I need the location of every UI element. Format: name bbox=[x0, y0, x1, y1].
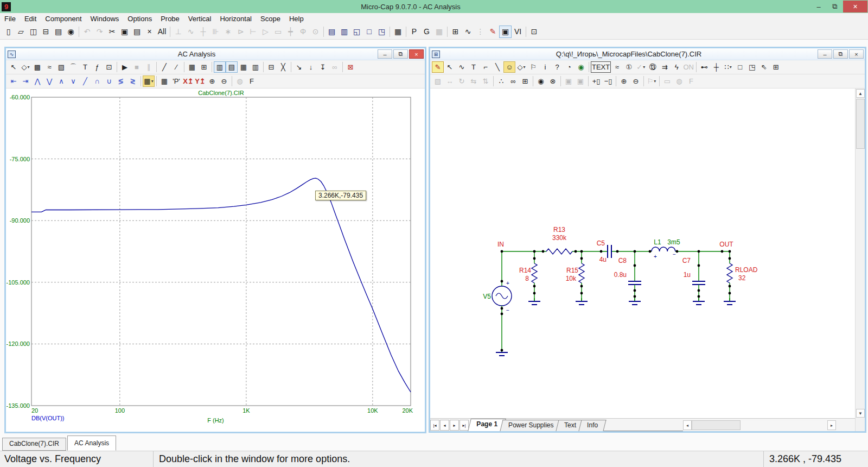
step-box-icon[interactable]: ∴ bbox=[495, 75, 507, 87]
open-icon[interactable]: ▱ bbox=[15, 26, 27, 38]
plot-window-titlebar[interactable]: ∿ AC Analysis – ⧉ × bbox=[6, 48, 425, 60]
component-select-icon[interactable]: ◇▾ bbox=[515, 61, 527, 73]
menu-item-component[interactable]: Component bbox=[41, 14, 86, 23]
star-part-icon[interactable]: ∗ bbox=[222, 26, 234, 38]
numeric-output-icon[interactable]: ▦ bbox=[158, 75, 170, 87]
component-value-R14[interactable]: 8 bbox=[525, 275, 529, 282]
flip-vertical-icon[interactable]: ⇅ bbox=[480, 75, 492, 87]
line-mode-icon[interactable]: ╱ bbox=[158, 61, 170, 73]
probe-icon[interactable]: ✎ bbox=[487, 26, 499, 38]
component-ref-V5[interactable]: V5 bbox=[483, 293, 491, 300]
select-all-icon[interactable]: All bbox=[156, 26, 168, 38]
tile-horizontal-icon[interactable]: ▤ bbox=[326, 26, 338, 38]
pin-connections-icon[interactable]: ⊷ bbox=[698, 61, 710, 73]
plot-restore-button[interactable]: ⧉ bbox=[393, 49, 408, 59]
zoom-out-icon[interactable]: ⊖ bbox=[218, 75, 230, 87]
menu-item-scope[interactable]: Scope bbox=[256, 14, 285, 23]
scroll-up-icon[interactable]: ▲ bbox=[856, 89, 865, 98]
flag-mode-icon[interactable]: ⚐ bbox=[527, 61, 539, 73]
diode-part-icon[interactable]: ⊳ bbox=[234, 26, 247, 38]
node-part-icon[interactable]: ┿ bbox=[284, 26, 297, 38]
component-ref-R14[interactable]: R14 bbox=[519, 267, 531, 274]
plot-client-area[interactable]: CabClone(7).CIR-60.000-75.000-90.000-105… bbox=[6, 89, 425, 432]
component-ref-C5[interactable]: C5 bbox=[597, 239, 605, 247]
tag-vertical-icon[interactable]: ↓ bbox=[305, 61, 317, 73]
menu-item-horizontal[interactable]: Horizontal bbox=[215, 14, 256, 23]
tile-vertical-icon[interactable]: ▥ bbox=[338, 26, 350, 38]
ground-part-icon[interactable]: ⊥ bbox=[172, 26, 184, 38]
text-mode-icon[interactable]: T bbox=[79, 61, 91, 73]
overlap-icon[interactable]: ◳ bbox=[375, 26, 388, 38]
last-page-button[interactable]: ▸| bbox=[459, 420, 469, 431]
page-tab-power-supplies[interactable]: Power Supplies bbox=[500, 420, 562, 431]
title-block-icon[interactable]: ◳ bbox=[746, 61, 758, 73]
component-ref-RLOAD[interactable]: RLOAD bbox=[735, 266, 758, 274]
component-value-R15[interactable]: 10k bbox=[566, 275, 577, 282]
p-key-icon[interactable]: P bbox=[408, 26, 420, 38]
plot-style-lines-icon[interactable]: ▤ bbox=[226, 61, 238, 73]
menu-item-vertical[interactable]: Vertical bbox=[184, 14, 216, 23]
hscroll-right-icon[interactable]: ▸ bbox=[827, 420, 836, 430]
copy-icon[interactable]: ▣ bbox=[118, 26, 131, 38]
pan-icon[interactable]: ↔ bbox=[444, 75, 456, 87]
copy-page-icon[interactable]: ▣ bbox=[575, 75, 586, 87]
grid-options-icon-dropdown[interactable]: ▾ bbox=[730, 65, 732, 70]
component-mode-icon-dropdown[interactable]: ▾ bbox=[27, 65, 29, 70]
vscroll-thumb[interactable] bbox=[856, 99, 865, 149]
zoom-in-icon[interactable]: ⊕ bbox=[618, 75, 630, 87]
3d-plot-icon-dropdown[interactable]: ▾ bbox=[151, 79, 154, 84]
transistor-part-icon[interactable]: ⊢ bbox=[247, 26, 259, 38]
resistor-symbol[interactable] bbox=[579, 263, 584, 283]
component-ref-L1[interactable]: L1 bbox=[654, 238, 661, 246]
macro-part-icon[interactable]: ▭ bbox=[272, 26, 284, 38]
prev-page-button[interactable]: ◂ bbox=[440, 420, 449, 431]
peak-icon[interactable]: ⋀ bbox=[31, 75, 43, 87]
vsource-part-icon[interactable]: Φ bbox=[297, 26, 309, 38]
zoom-area-icon[interactable]: ▧ bbox=[432, 75, 444, 87]
menu-item-options[interactable]: Options bbox=[123, 14, 156, 23]
point-to-end-icon[interactable]: ◔ bbox=[563, 61, 575, 73]
zoom-out-icon[interactable]: ⊖ bbox=[630, 75, 642, 87]
minimize-button[interactable]: – bbox=[810, 1, 827, 12]
resistor-symbol[interactable] bbox=[546, 249, 572, 254]
sheet-icon[interactable]: ▦ bbox=[433, 26, 445, 38]
run-icon[interactable]: ▶ bbox=[119, 61, 131, 73]
analysis-plot-icon[interactable]: ▣ bbox=[499, 26, 512, 38]
wire-orthogonal-icon[interactable]: ⌐ bbox=[480, 61, 492, 73]
save-icon[interactable]: ◫ bbox=[27, 26, 40, 38]
global-high-icon[interactable]: ∩ bbox=[91, 75, 103, 87]
doc-tab-ac-analysis[interactable]: AC Analysis bbox=[67, 436, 116, 451]
flag-list-icon[interactable]: ⚐▾ bbox=[646, 75, 658, 87]
border-display-icon[interactable]: □ bbox=[734, 61, 746, 73]
fx-icon[interactable]: ƒ bbox=[91, 61, 103, 73]
graph-paper-icon[interactable]: ▦ bbox=[186, 61, 198, 73]
menu-item-windows[interactable]: Windows bbox=[86, 14, 124, 23]
resistor-symbol[interactable] bbox=[532, 263, 537, 283]
schematic-restore-button[interactable]: ⧉ bbox=[833, 49, 848, 59]
schematic-close-button[interactable]: × bbox=[849, 49, 864, 59]
node-numbers-icon[interactable]: ① bbox=[623, 61, 635, 73]
condition-display-icon[interactable]: ON bbox=[682, 61, 694, 73]
animate-icon[interactable]: ⊡ bbox=[528, 26, 540, 38]
properties-icon[interactable]: ⊡ bbox=[103, 61, 115, 73]
node-voltages-icon[interactable]: ⑬ bbox=[647, 61, 659, 73]
attributes-icon[interactable]: ⊞ bbox=[770, 61, 782, 73]
plot-minimize-button[interactable]: – bbox=[378, 49, 392, 59]
resistor-part-icon[interactable]: ⊪ bbox=[209, 26, 222, 38]
tag-horizontal-icon[interactable]: ↘ bbox=[293, 61, 305, 73]
next-page-button[interactable]: ▸ bbox=[450, 420, 459, 431]
pattern-icon[interactable]: ◍ bbox=[673, 75, 685, 87]
component-select-icon-dropdown[interactable]: ▾ bbox=[523, 65, 525, 70]
flip-horizontal-icon[interactable]: ⇆ bbox=[468, 75, 480, 87]
next-in-icon[interactable]: ≶ bbox=[115, 75, 127, 87]
select-mode-icon[interactable]: ↖ bbox=[444, 61, 456, 73]
plot-style-columns-icon[interactable]: ▥ bbox=[250, 61, 261, 73]
schematic-window-titlebar[interactable]: ⊞ Q:\q\!_Игорь\_MicrocapFiles\CabClone(7… bbox=[430, 48, 865, 60]
slope-icon[interactable]: ╱ bbox=[79, 75, 91, 87]
text-mode-icon[interactable]: T bbox=[468, 61, 480, 73]
vip-display-icon[interactable]: ✓▾ bbox=[635, 61, 647, 73]
node-label-in[interactable]: IN bbox=[497, 241, 504, 248]
zoom-rect-icon[interactable]: ▧ bbox=[55, 61, 67, 73]
new-icon[interactable]: ▯ bbox=[2, 26, 15, 38]
component-ref-C7[interactable]: C7 bbox=[682, 257, 691, 264]
